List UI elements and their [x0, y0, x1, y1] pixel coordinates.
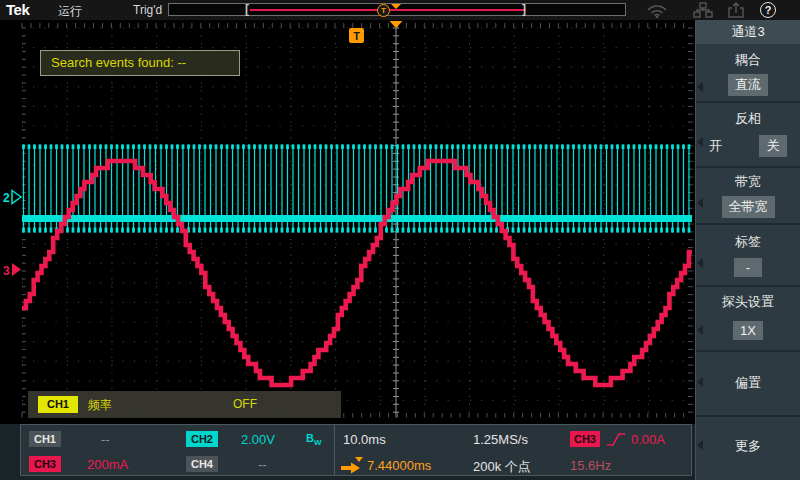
section-arrow-icon	[697, 82, 703, 92]
bandwidth-label: 带宽	[735, 173, 761, 191]
horizontal-delay: 7.44000ms	[367, 458, 431, 473]
section-arrow-icon	[697, 198, 703, 208]
ch4-scale: --	[258, 457, 267, 472]
measurement-value: OFF	[233, 397, 257, 411]
measurement-source-badge: CH1	[38, 396, 78, 413]
invert-label: 反相	[735, 110, 761, 128]
status-panel: CH1 -- CH2 2.00V BW CH3 200mA CH4 -- 10.…	[20, 424, 692, 476]
record-view-bar[interactable]: [ ] T	[168, 3, 626, 16]
label-value-button[interactable]: -	[734, 258, 762, 277]
ch2-marker-arrow-icon[interactable]	[12, 191, 21, 204]
offset-label: 偏置	[735, 374, 761, 392]
rising-edge-icon	[605, 431, 627, 448]
ch4-badge[interactable]: CH4	[186, 456, 218, 472]
side-menu: 通道3 耦合 直流 反相 开 关 带宽 全带宽 标签 - 探头设置	[695, 20, 800, 480]
measurement-bar[interactable]: CH1 频率 OFF	[28, 391, 341, 418]
expansion-point-icon	[391, 4, 401, 9]
acquisition-status: 运行	[58, 3, 82, 20]
measurement-name: 频率	[88, 397, 112, 414]
sample-rate: 1.25MS/s	[473, 432, 528, 447]
invert-off-option[interactable]: 关	[759, 135, 787, 157]
section-arrow-icon	[697, 440, 703, 450]
section-arrow-icon	[697, 377, 703, 387]
section-arrow-icon	[697, 325, 703, 335]
invert-on-option[interactable]: 开	[709, 137, 722, 155]
ch2-badge[interactable]: CH2	[186, 431, 218, 447]
window-left-bracket: [	[245, 2, 249, 16]
bandwidth-limit-icon: BW	[306, 432, 322, 447]
search-events-banner: Search events found: --	[40, 50, 240, 76]
trigger-source-badge[interactable]: CH3	[570, 431, 600, 447]
ch3-marker-arrow-icon[interactable]	[12, 263, 21, 276]
trigger-point-letter: T	[353, 30, 360, 42]
panel-divider	[334, 425, 335, 475]
oscilloscope-screen: Tek 运行 Trig'd [ ] T ? 23T	[0, 0, 800, 480]
ch3-badge[interactable]: CH3	[29, 456, 61, 472]
menu-section-more[interactable]: 更多	[696, 417, 800, 480]
expansion-point-triangle-icon	[390, 21, 403, 28]
trigger-position-icon[interactable]: T	[377, 4, 390, 17]
section-arrow-icon	[697, 137, 703, 147]
ch2-reference-marker[interactable]: 2	[3, 191, 10, 205]
ch3-reference-marker[interactable]: 3	[3, 264, 10, 278]
menu-section-bandwidth[interactable]: 带宽 全带宽	[696, 168, 800, 225]
menu-section-label[interactable]: 标签 -	[696, 225, 800, 287]
top-bar: Tek 运行 Trig'd [ ] T ?	[0, 0, 800, 20]
waveform-display: 23T	[0, 20, 695, 424]
section-arrow-icon	[697, 258, 703, 268]
window-right-bracket: ]	[522, 2, 526, 16]
coupling-value-button[interactable]: 直流	[728, 74, 768, 96]
label-label: 标签	[735, 233, 761, 251]
help-icon[interactable]: ?	[760, 2, 776, 18]
menu-section-invert[interactable]: 反相 开 关	[696, 103, 800, 168]
export-icon	[727, 2, 745, 18]
ch1-badge[interactable]: CH1	[29, 431, 61, 447]
wifi-icon	[645, 2, 669, 18]
ch1-scale: --	[101, 432, 110, 447]
network-icon	[693, 2, 713, 18]
trigger-frequency: 15.6Hz	[570, 458, 611, 473]
bandwidth-value-button[interactable]: 全带宽	[722, 196, 775, 218]
tek-logo: Tek	[6, 1, 29, 18]
more-label: 更多	[735, 437, 761, 455]
ch3-scale: 200mA	[87, 457, 128, 472]
menu-section-coupling[interactable]: 耦合 直流	[696, 44, 800, 103]
trigger-status: Trig'd	[133, 3, 162, 17]
delay-arrow-icon	[339, 455, 365, 475]
ch2-scale: 2.00V	[241, 432, 275, 447]
horizontal-scale: 10.0ms	[343, 432, 386, 447]
coupling-label: 耦合	[735, 51, 761, 69]
record-length: 200k 个点	[473, 458, 531, 476]
trigger-level: 0.00A	[631, 432, 665, 447]
menu-section-offset[interactable]: 偏置	[696, 352, 800, 417]
menu-section-probe[interactable]: 探头设置 1X	[696, 287, 800, 352]
side-menu-title: 通道3	[696, 20, 800, 44]
status-bar: CH1 -- CH2 2.00V BW CH3 200mA CH4 -- 10.…	[0, 424, 695, 480]
probe-setup-label: 探头设置	[722, 293, 774, 311]
probe-value-button[interactable]: 1X	[733, 321, 763, 340]
